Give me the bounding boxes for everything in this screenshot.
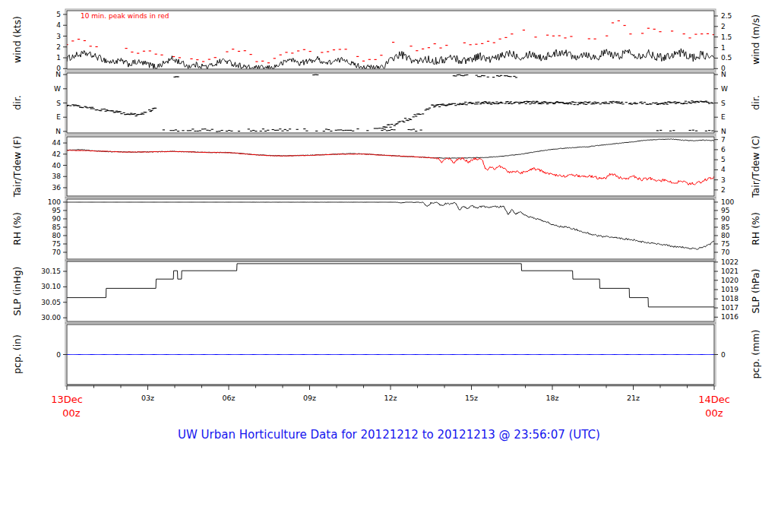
- axis-label-rh-right: RH (%): [750, 212, 761, 245]
- panel-frame-relative-humidity: [67, 199, 714, 259]
- left-tick-label: 85: [52, 223, 61, 231]
- left-tick-label: 38: [52, 173, 62, 180]
- x-tick-label: 06z: [222, 394, 235, 402]
- x-tick-label: 03z: [141, 394, 154, 402]
- left-tick-label: S: [56, 100, 61, 107]
- right-tick-label: 85: [721, 223, 729, 231]
- left-tick-label: W: [54, 85, 61, 93]
- x-end-date-label: 00z: [705, 407, 723, 419]
- x-tick-label: 12z: [384, 394, 397, 402]
- right-tick-label: 70: [721, 249, 730, 256]
- right-tick-label: 1016: [721, 313, 738, 321]
- x-tick-label: 18z: [546, 394, 558, 402]
- right-tick-label: 1017: [721, 304, 738, 312]
- left-tick-label: 3: [56, 33, 61, 40]
- right-tick-label: E: [721, 113, 726, 121]
- axis-label-tair-c: Tair/Tdew (C): [750, 135, 761, 198]
- right-tick-label: 6: [721, 146, 726, 154]
- x-end-date-label: 14Dec: [698, 394, 730, 405]
- axis-label-slp-inhg: SLP (inHg): [11, 267, 23, 316]
- left-tick-label: 90: [52, 215, 62, 223]
- right-tick-label: 1019: [721, 286, 738, 293]
- right-tick-label: N: [721, 71, 726, 78]
- right-tick-label: 80: [721, 232, 730, 239]
- left-tick-label: 80: [52, 232, 62, 239]
- right-tick-label: 2.5: [721, 12, 732, 20]
- left-tick-label: 95: [52, 207, 61, 214]
- right-tick-label: 1: [721, 44, 726, 52]
- panel-frame-temperature-dewpoint: [67, 137, 714, 196]
- right-tick-label: 1.5: [721, 33, 732, 41]
- right-tick-label: 95: [721, 207, 729, 214]
- right-tick-label: 90: [721, 215, 730, 223]
- axis-label-wind-ms: wind (m/s): [750, 14, 761, 65]
- panel-shadow-temperature-dewpoint: [65, 135, 716, 198]
- axis-label-dir-right: dir.: [750, 95, 761, 109]
- x-tick-label: 15z: [465, 394, 478, 402]
- left-tick-label: 1: [56, 54, 61, 62]
- left-tick-label: E: [56, 113, 61, 121]
- right-tick-label: 5: [721, 156, 726, 163]
- axis-label-pcp-mm: pcp. (mm): [750, 330, 761, 379]
- panel-series-wind-direction: [65, 74, 713, 131]
- series-wind-sustained: [67, 49, 714, 68]
- right-tick-label: W: [721, 85, 728, 93]
- panel-shadow-sea-level-pressure: [65, 260, 716, 323]
- left-tick-label: 0: [56, 351, 61, 359]
- left-tick-label: 30.05: [41, 299, 61, 306]
- series-dir-scatter: [65, 74, 713, 131]
- left-tick-label: 30.10: [41, 283, 61, 290]
- series-rh: [67, 202, 714, 249]
- right-tick-label: 1020: [721, 277, 738, 284]
- panel-series-wind-speed: [65, 21, 715, 68]
- right-tick-label: 100: [721, 198, 734, 206]
- meteogram-page: 01234500.511.522.5NWSENNWSEN363840424423…: [0, 0, 778, 532]
- panel-series-temperature-dewpoint: [67, 139, 714, 185]
- axis-label-wind-kts: wind (kts): [11, 16, 23, 63]
- right-tick-label: 0.5: [721, 54, 732, 62]
- right-tick-label: 2: [721, 186, 726, 194]
- chart-generated-layer: 01234500.511.522.5NWSENNWSEN363840424423…: [41, 9, 738, 419]
- x-tick-label: 21z: [627, 394, 640, 402]
- right-tick-label: 0: [721, 351, 726, 359]
- right-tick-label: 2: [721, 23, 726, 30]
- right-tick-label: 3: [721, 176, 726, 184]
- left-tick-label: 70: [52, 249, 62, 256]
- left-tick-label: N: [55, 128, 61, 135]
- axis-label-tair-f: Tair/Tdew (F): [11, 136, 23, 198]
- series-wind-10min-peak: [65, 21, 715, 62]
- left-tick-label: 2: [56, 43, 61, 51]
- left-tick-label: 30.15: [41, 268, 61, 275]
- left-tick-label: 75: [52, 240, 61, 248]
- panel-series-relative-humidity: [67, 202, 714, 249]
- left-tick-label: 44: [52, 139, 62, 147]
- left-tick-label: 40: [52, 162, 62, 169]
- series-tdew: [67, 150, 714, 185]
- right-tick-label: 1018: [721, 295, 738, 302]
- left-tick-label: N: [55, 71, 61, 78]
- right-tick-label: S: [721, 100, 726, 107]
- x-start-date-label: 13Dec: [51, 394, 83, 405]
- left-tick-label: 42: [52, 150, 61, 158]
- series-slp: [67, 264, 714, 307]
- meteogram-chart: 01234500.511.522.5NWSENNWSEN363840424423…: [0, 0, 778, 532]
- right-tick-label: 75: [721, 240, 729, 248]
- chart-title: UW Urban Horticulture Data for 20121212 …: [178, 428, 600, 442]
- panel-series-sea-level-pressure: [67, 264, 714, 307]
- left-tick-label: 100: [48, 198, 61, 206]
- panel-frame-sea-level-pressure: [67, 261, 714, 321]
- right-tick-label: 4: [721, 166, 726, 173]
- left-tick-label: 36: [52, 184, 62, 192]
- left-tick-label: 4: [56, 21, 61, 29]
- right-tick-label: 1021: [721, 268, 738, 275]
- left-tick-label: 30.00: [41, 314, 61, 321]
- right-tick-label: 1022: [721, 258, 738, 266]
- axis-label-rh-left: RH (%): [11, 212, 23, 245]
- axis-label-pcp-in: pcp. (in): [11, 334, 23, 374]
- left-tick-label: 5: [56, 11, 61, 18]
- axis-label-slp-hpa: SLP (hPa): [750, 269, 761, 314]
- panel-shadow-relative-humidity: [65, 198, 716, 261]
- right-tick-label: 7: [721, 136, 726, 144]
- right-tick-label: N: [721, 128, 726, 135]
- x-start-date-label: 00z: [62, 407, 81, 419]
